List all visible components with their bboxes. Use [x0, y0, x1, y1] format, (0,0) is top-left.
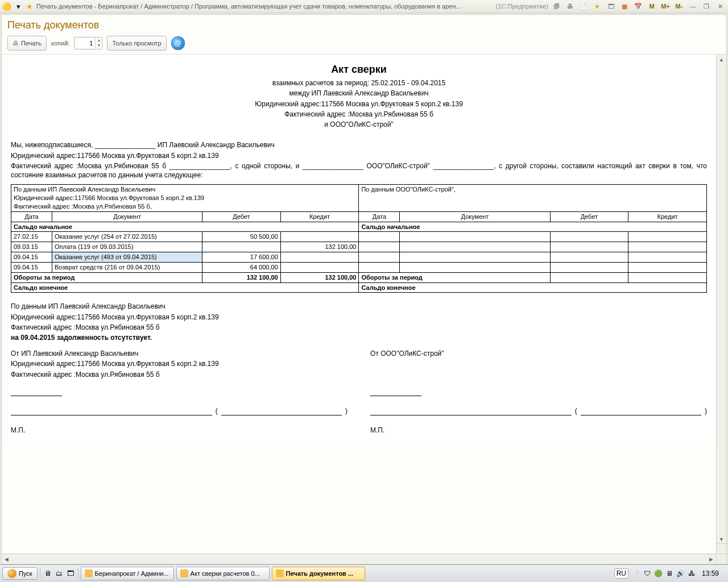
tb-calendar-icon[interactable]: 📅 — [632, 1, 644, 11]
doc-line4: Фактический адрес :Москва ул.Рябиновая 5… — [11, 110, 707, 119]
tray-shield-icon[interactable]: 🛡 — [644, 569, 651, 577]
scroll-right-icon[interactable]: ▶ — [706, 554, 716, 564]
table-row: 09.04.15 Возврат средств (216 от 09.04.2… — [11, 262, 707, 272]
m-plus-button[interactable]: M+ — [660, 1, 671, 11]
tb-print-icon[interactable]: 🖶 — [564, 1, 576, 11]
col-credit-left: Кредит — [280, 211, 359, 222]
start-orb-icon — [7, 569, 16, 578]
taskbar-task-1[interactable]: Беринапрокат / Админи... — [81, 567, 174, 580]
close-button[interactable]: ✕ — [714, 1, 726, 11]
sig-short-line — [11, 396, 62, 396]
footer-line4: на 09.04.2015 задолженность отсутствует. — [11, 333, 707, 342]
scroll-left-icon[interactable]: ◀ — [2, 554, 11, 564]
window-suffix: (1С:Предприятие) — [496, 3, 548, 10]
tray-icon-4[interactable]: 🖧 — [688, 569, 695, 577]
task-icon — [180, 569, 188, 577]
window-titlebar: 🟡 ▾ ★ Печать документов - Беринапрокат /… — [0, 0, 728, 13]
m-minus-button[interactable]: M- — [673, 1, 685, 11]
document-scroll[interactable]: Акт сверки взаимных расчетов за период: … — [2, 55, 716, 554]
col-date-right: Дата — [359, 211, 400, 222]
copies-spinner[interactable]: ▲ ▼ — [74, 37, 102, 49]
toolbar: 🖶 Печать копий: ▲ ▼ Только просмотр @ — [2, 34, 726, 55]
copies-input[interactable] — [75, 40, 95, 47]
tray-icon-2[interactable]: 🖥 — [666, 569, 673, 577]
tray-icon-1[interactable]: 🟢 — [654, 569, 663, 577]
saldo-start-right: Сальдо начальное — [359, 222, 707, 232]
sig-short-line — [370, 396, 421, 396]
page-title: Печать документов — [2, 15, 726, 34]
minimize-button[interactable]: — — [687, 1, 698, 11]
footer-block: По данным ИП Лаевский Александр Васильев… — [11, 302, 707, 342]
col-doc-right: Документ — [400, 211, 550, 222]
print-button-label: Печать — [21, 40, 42, 47]
turnover-left-label: Обороты за период — [11, 272, 202, 282]
printer-icon: 🖶 — [13, 40, 19, 47]
tb-icon-5[interactable]: 🗔 — [605, 1, 617, 11]
sig-paren-line — [581, 407, 701, 415]
start-button[interactable]: Пуск — [2, 567, 38, 580]
saldo-start-left: Сальдо начальное — [11, 222, 359, 232]
tb-icon-1[interactable]: 🗐 — [551, 1, 562, 11]
tray-help-icon[interactable]: ❔ — [632, 569, 640, 577]
ql-icon-1[interactable]: 🖥 — [43, 568, 53, 579]
ql-icon-3[interactable]: 🗔 — [65, 568, 76, 579]
signature-right: От ООО"ОЛиКС-строй" ( ) М.П. — [370, 348, 707, 436]
saldo-end-left: Сальдо конечное — [11, 282, 359, 293]
scroll-up-icon[interactable]: ▲ — [717, 55, 726, 64]
table-row: 09.04.15 Оказание услуг (493 от 09.04.20… — [11, 252, 707, 263]
doc-line2: между ИП Лаевский Александр Васильевич — [11, 89, 707, 98]
preview-button-label: Только просмотр — [112, 40, 161, 47]
turnover-right-label: Обороты за период — [359, 272, 550, 282]
scroll-track[interactable] — [11, 554, 706, 564]
taskbar-task-2[interactable]: Акт сверки расчетов 0... — [176, 567, 270, 580]
tb-icon-6[interactable]: ▦ — [619, 1, 630, 11]
saldo-end-right: Сальдо конечное — [359, 282, 707, 293]
intro-line1: Мы, нижеподписавшиеся, ________________ … — [11, 140, 707, 149]
print-button[interactable]: 🖶 Печать — [7, 36, 47, 51]
doc-title: Акт сверки — [11, 63, 707, 76]
table-row: 27.02.15 Оказание услуг (254 от 27.02.20… — [11, 232, 707, 242]
tray-network-icon[interactable]: 🔊 — [676, 569, 685, 577]
star-icon[interactable]: ★ — [25, 2, 34, 11]
turnover-left-credit: 132 100,00 — [280, 272, 359, 282]
sig-paren-line — [221, 407, 342, 415]
spin-up-icon[interactable]: ▲ — [95, 38, 102, 43]
m-button[interactable]: M — [646, 1, 657, 11]
scroll-down-icon[interactable]: ▼ — [717, 534, 726, 544]
footer-line1: По данным ИП Лаевский Александр Васильев… — [11, 302, 707, 311]
dropdown-icon[interactable]: ▾ — [14, 2, 23, 11]
signatures-row: От ИП Лаевский Александр Васильевич Юрид… — [11, 348, 707, 436]
task-icon — [85, 569, 93, 577]
intro-line2: Юридический адрес:117566 Москва ул.Фрукт… — [11, 151, 707, 160]
table-row: 09.03.15 Оплата (119 от 09.03.2015) 132 … — [11, 242, 707, 252]
app-icon: 🟡 — [2, 2, 11, 11]
maximize-button[interactable]: ❐ — [701, 1, 712, 11]
at-button[interactable]: @ — [171, 36, 185, 50]
clock[interactable]: 13:59 — [698, 569, 722, 577]
col-credit-right: Кредит — [628, 211, 707, 222]
preview-button[interactable]: Только просмотр — [107, 36, 166, 51]
doc-line1: взаимных расчетов за период: 25.02.2015 … — [11, 78, 707, 88]
footer-line2: Юридический адрес:117566 Москва ул.Фрукт… — [11, 313, 707, 322]
ql-icon-2[interactable]: 🗂 — [54, 568, 64, 579]
spin-down-icon[interactable]: ▼ — [95, 43, 102, 48]
horizontal-scrollbar[interactable]: ◀ ▶ — [2, 554, 726, 564]
left-party-header: По данным ИП Лаевский Александр Васильев… — [11, 185, 359, 212]
vertical-scrollbar[interactable]: ▲ ▼ — [716, 55, 726, 554]
tb-icon-3[interactable]: 📄 — [578, 1, 589, 11]
signature-left: От ИП Лаевский Александр Васильевич Юрид… — [11, 348, 348, 436]
language-indicator[interactable]: RU — [614, 568, 628, 579]
document-wrap: Акт сверки взаимных расчетов за период: … — [2, 55, 726, 554]
taskbar-task-3[interactable]: Печать документов ... — [272, 567, 365, 580]
tb-star-icon[interactable]: ★ — [592, 1, 603, 11]
start-label: Пуск — [19, 570, 32, 577]
col-debit-right: Дебет — [550, 211, 628, 222]
reconciliation-table: По данным ИП Лаевский Александр Васильев… — [11, 184, 707, 293]
scroll-corner — [716, 554, 726, 564]
col-debit-left: Дебет — [202, 211, 281, 222]
task-icon — [276, 569, 284, 577]
taskbar: Пуск 🖥 🗂 🗔 Беринапрокат / Админи... Акт … — [0, 564, 728, 582]
doc-line5: и ООО"ОЛиКС-строй" — [11, 120, 707, 129]
col-doc-left: Документ — [52, 211, 202, 222]
copies-label: копий: — [51, 40, 69, 47]
